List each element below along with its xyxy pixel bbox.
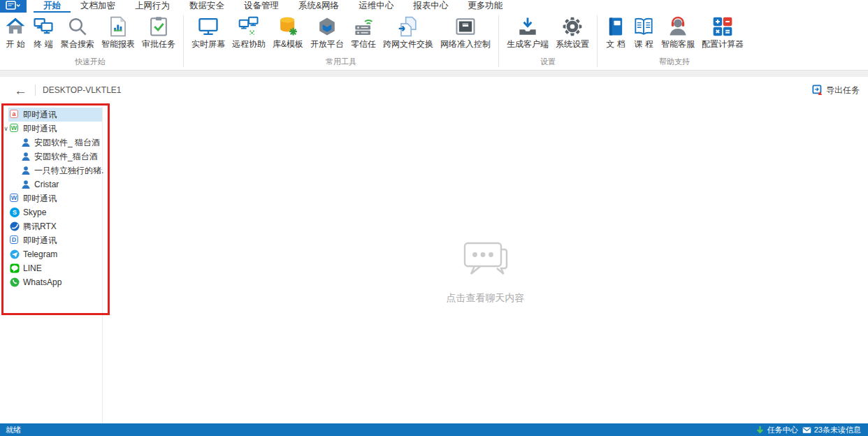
person-icon bbox=[21, 166, 31, 175]
ribbon-button[interactable]: 终 端 bbox=[29, 16, 57, 50]
envelope-icon bbox=[802, 426, 811, 435]
menu-tab-更多功能[interactable]: 更多功能 bbox=[458, 0, 512, 13]
tencent-rtx-icon bbox=[10, 221, 20, 231]
content-header: ← DESKTOP-VLKTLE1 导出任务 bbox=[0, 77, 868, 103]
ribbon-button[interactable]: 聚合搜索 bbox=[57, 16, 98, 50]
sidebar-item[interactable]: Telegram bbox=[0, 247, 102, 261]
ribbon-button[interactable]: 远程协助 bbox=[229, 16, 269, 50]
menu-tab-开始[interactable]: 开始 bbox=[34, 0, 71, 13]
sidebar-item[interactable]: SSkype bbox=[0, 205, 102, 219]
back-button[interactable]: ← bbox=[14, 84, 32, 97]
ribbon-button[interactable]: 库&模板 bbox=[269, 16, 307, 50]
skype-icon: S bbox=[10, 208, 20, 217]
ribbon-button[interactable]: 网络准入控制 bbox=[437, 16, 494, 50]
task-center-button[interactable]: 任务中心 bbox=[755, 425, 798, 435]
ribbon-button[interactable]: 智能报表 bbox=[98, 16, 138, 50]
ribbon-button[interactable]: 零信任 bbox=[347, 16, 379, 50]
ribbon-group: 实时屏幕远程协助库&模板开放平台零信任跨网文件交换网络准入控制常用工具 bbox=[188, 13, 494, 70]
menu-tab-文档加密[interactable]: 文档加密 bbox=[71, 0, 125, 13]
sidebar-item[interactable]: W即时通讯 bbox=[0, 191, 102, 205]
sidebar-item[interactable]: 安固软件_ 猫台酒 bbox=[0, 136, 102, 150]
ribbon-button-label: 实时屏幕 bbox=[191, 38, 225, 50]
ribbon-button[interactable]: 文 档 bbox=[602, 16, 630, 50]
approval-task-icon bbox=[148, 16, 169, 37]
unread-messages-button[interactable]: 23条未读信息 bbox=[802, 425, 861, 435]
sidebar-item[interactable]: LINE bbox=[0, 261, 102, 275]
header-divider bbox=[35, 85, 36, 96]
chat-bubble-icon bbox=[463, 240, 509, 281]
ribbon-button-label: 系统设置 bbox=[556, 38, 589, 50]
ribbon-button[interactable]: 智能客服 bbox=[658, 16, 698, 50]
ribbon-button[interactable]: 实时屏幕 bbox=[188, 16, 229, 50]
ribbon-button[interactable]: 开放平台 bbox=[307, 16, 347, 50]
sidebar-item[interactable]: 腾讯RTX bbox=[0, 219, 102, 233]
ribbon-button-label: 零信任 bbox=[351, 38, 376, 50]
menu-tab-上网行为[interactable]: 上网行为 bbox=[125, 0, 180, 13]
menu-tab-运维中心[interactable]: 运维中心 bbox=[349, 0, 403, 13]
ribbon-group-label: 设置 bbox=[503, 57, 593, 70]
search-icon bbox=[67, 16, 88, 37]
menu-tab-设备管理[interactable]: 设备管理 bbox=[234, 0, 289, 13]
document-book-icon bbox=[605, 16, 626, 37]
sidebar-item[interactable]: Cristar bbox=[0, 177, 102, 191]
export-task-button[interactable]: 导出任务 bbox=[812, 85, 860, 96]
empty-state: 点击查看聊天内容 bbox=[447, 240, 525, 305]
status-bar: 就绪 任务中心 23条未读信息 bbox=[0, 423, 868, 436]
sidebar-item[interactable]: 一只特立独行的猪. bbox=[0, 164, 102, 177]
sidebar-item[interactable]: ∨W即时通讯 bbox=[0, 122, 102, 136]
ribbon-button-label: 开 始 bbox=[6, 38, 24, 50]
ribbon-button-label: 课 程 bbox=[634, 38, 653, 50]
chevron-down-icon[interactable]: ∨ bbox=[2, 125, 10, 132]
calculator-icon bbox=[712, 16, 733, 37]
ribbon-button-label: 生成客户端 bbox=[507, 38, 549, 50]
ribbon-group-items: 生成客户端系统设置 bbox=[503, 13, 593, 57]
person-icon bbox=[21, 138, 31, 147]
ribbon-button[interactable]: 系统设置 bbox=[552, 16, 593, 50]
support-agent-icon bbox=[667, 16, 688, 37]
ribbon-button-label: 跨网文件交换 bbox=[383, 38, 433, 50]
ribbon-button[interactable]: 课 程 bbox=[630, 16, 658, 50]
sidebar-item[interactable]: 安固软件_猫台酒 bbox=[0, 150, 102, 164]
ribbon-button[interactable]: 开 始 bbox=[1, 16, 29, 50]
ribbon-button[interactable]: 生成客户端 bbox=[503, 16, 552, 50]
home-icon bbox=[5, 16, 26, 37]
ribbon-button-label: 开放平台 bbox=[310, 38, 344, 50]
ribbon-group-items: 开 始终 端聚合搜索智能报表审批任务 bbox=[1, 13, 179, 57]
ribbon-button-label: 审批任务 bbox=[142, 38, 175, 50]
ribbon-button[interactable]: 跨网文件交换 bbox=[379, 16, 437, 50]
gear-icon bbox=[562, 16, 583, 37]
generate-client-icon bbox=[517, 16, 538, 37]
ribbon-button-label: 文 档 bbox=[606, 38, 625, 50]
terminals-icon bbox=[33, 16, 54, 37]
ribbon-button[interactable]: 配置计算器 bbox=[698, 16, 747, 50]
status-ready-label: 就绪 bbox=[0, 425, 21, 435]
course-book-icon bbox=[633, 16, 654, 37]
menu-tab-系统&网络[interactable]: 系统&网络 bbox=[289, 0, 349, 13]
menu-tab-报表中心[interactable]: 报表中心 bbox=[403, 0, 458, 13]
ribbon-button-label: 终 端 bbox=[34, 38, 52, 50]
sidebar-item-label: 安固软件_ 猫台酒 bbox=[34, 137, 100, 149]
page-title: DESKTOP-VLKTLE1 bbox=[43, 85, 122, 95]
sidebar-item-label: 安固软件_猫台酒 bbox=[34, 151, 98, 163]
download-arrow-icon bbox=[755, 426, 765, 435]
app-window-icon bbox=[6, 1, 21, 13]
whatsapp-icon bbox=[10, 277, 20, 287]
sidebar-item-label: WhatsApp bbox=[23, 277, 62, 287]
sidebar-item-label: 即时通讯 bbox=[23, 109, 57, 121]
sidebar-item[interactable]: a即时通讯 bbox=[0, 108, 102, 122]
app-menu-button[interactable] bbox=[0, 0, 27, 13]
sidebar-item[interactable]: D即时通讯 bbox=[0, 233, 102, 247]
sidebar-item[interactable]: WhatsApp bbox=[0, 275, 102, 289]
ribbon-group-label: 快速开始 bbox=[1, 57, 179, 70]
line-icon bbox=[10, 263, 20, 273]
menu-bar: 开始文档加密上网行为数据安全设备管理系统&网络运维中心报表中心更多功能 bbox=[0, 0, 868, 13]
ribbon-button[interactable]: 审批任务 bbox=[138, 16, 179, 50]
person-icon bbox=[21, 152, 31, 161]
export-task-label: 导出任务 bbox=[826, 85, 860, 96]
chat-content-panel: 点击查看聊天内容 bbox=[103, 103, 868, 423]
sidebar-item-label: Skype bbox=[23, 208, 46, 217]
ribbon-group: 开 始终 端聚合搜索智能报表审批任务快速开始 bbox=[1, 13, 179, 70]
aliwangwang-icon: a bbox=[10, 110, 20, 119]
empty-state-text: 点击查看聊天内容 bbox=[447, 292, 525, 305]
menu-tab-数据安全[interactable]: 数据安全 bbox=[180, 0, 234, 13]
